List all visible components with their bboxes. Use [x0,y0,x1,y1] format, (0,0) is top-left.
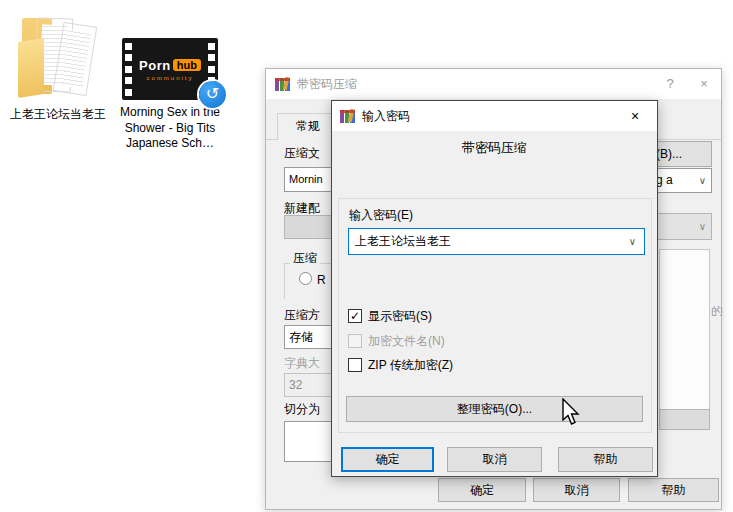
split-volumes-label: 切分为 [284,401,334,418]
replay-arrow-icon: ↺ [206,85,219,102]
chevron-down-icon: ∨ [699,169,706,192]
profile-button-fragment[interactable] [284,215,334,239]
ok-button-outer[interactable]: 确定 [438,478,526,502]
inner-titlebar[interactable]: 输入密码 × [332,101,657,131]
checkbox-unchecked-icon [348,358,362,372]
split-volumes-combo[interactable] [284,421,334,462]
checkbox-checked-icon: ✓ [348,309,362,323]
chevron-down-icon: ∨ [699,214,706,240]
dialog-heading: 带密码压缩 [332,139,657,157]
folder-icon [14,12,102,102]
close-button-inner[interactable]: × [613,101,657,131]
checkbox-zip-legacy-encryption[interactable]: ZIP 传统加密(Z) [348,357,453,373]
checkbox-label: 加密文件名(N) [368,333,445,350]
video-label: Morning Sex in the Shower - Big Tits Jap… [118,105,222,152]
tab-general[interactable]: 常规 [277,113,339,140]
password-input[interactable]: 上老王论坛当老王 ∨ [348,228,645,255]
logo-text-community: community [146,75,193,81]
logo-text-porn: Porn [139,58,171,73]
checkbox-label: ZIP 传统加密(Z) [368,357,453,374]
filmstrip-holes-left [122,38,135,100]
pornhub-logo: Porn hub community [135,38,205,100]
folder-front-shape [18,38,44,98]
chevron-down-icon: ∨ [629,229,636,254]
password-label: 输入密码(E) [349,207,413,224]
dictionary-size-combo: 32 [284,373,334,397]
folder-label: 上老王论坛当老王 [10,107,106,123]
checkbox-show-password[interactable]: ✓ 显示密码(S) [348,308,432,324]
compression-method-label: 压缩方 [284,307,334,324]
help-titlebar-button[interactable]: ? [653,69,687,99]
checkbox-encrypt-filenames: 加密文件名(N) [348,333,445,349]
enter-password-dialog: 输入密码 × 带密码压缩 输入密码(E) 上老王论坛当老王 ∨ ✓ 显示密码(S… [331,100,658,477]
browse-button-fragment[interactable]: (B)... [651,141,712,167]
video-file-icon: Porn hub community ↺ [122,38,218,100]
clipped-option-text: 的 [711,303,723,320]
player-overlay-badge-icon: ↺ [199,81,226,108]
ok-button[interactable]: 确定 [341,447,434,472]
archive-name-label: 压缩文 [284,145,334,162]
organize-passwords-button[interactable]: 整理密码(O)... [346,396,643,422]
password-value: 上老王论坛当老王 [355,234,451,248]
archive-name-combo-right[interactable]: g a ∨ [651,168,712,193]
winrar-icon [275,76,291,92]
format-radio-rar[interactable] [299,272,312,285]
desktop-item-video[interactable]: Porn hub community ↺ Morning Sex in the … [118,38,222,152]
winrar-icon [340,108,356,124]
button-fragment [659,409,710,430]
checkbox-label: 显示密码(S) [368,308,432,325]
close-button-outer[interactable]: × [687,69,721,99]
archiving-options-groupbox [659,249,710,430]
cancel-button[interactable]: 取消 [447,447,542,472]
logo-text-hub: hub [173,59,201,71]
dictionary-size-label: 字典大 [284,355,334,372]
archive-name-text-fragment: g a [656,173,673,187]
outer-titlebar[interactable]: 带密码压缩 ? × [266,69,721,99]
outer-dialog-title: 带密码压缩 [297,76,357,93]
cancel-button-outer[interactable]: 取消 [533,478,620,502]
update-mode-combo-fragment: ∨ [651,213,712,240]
desktop-item-folder[interactable]: 上老王论坛当老王 [10,12,106,123]
help-button-outer[interactable]: 帮助 [628,478,719,502]
inner-dialog-title: 输入密码 [362,108,410,125]
archive-name-combo-left[interactable]: Mornin [284,167,334,192]
checkbox-disabled-icon [348,334,362,348]
help-button[interactable]: 帮助 [558,447,653,472]
archive-format-group-label: 压缩 [290,250,320,267]
mouse-cursor [562,398,582,428]
compression-method-combo[interactable]: 存储 [284,325,334,349]
